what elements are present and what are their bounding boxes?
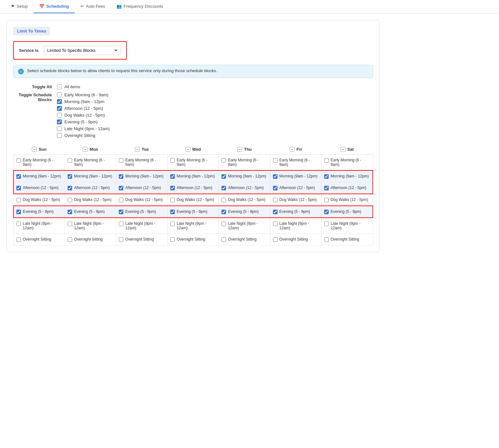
sun-late-night[interactable] [16,222,21,226]
wed-overnight[interactable] [170,237,175,242]
service-is-select[interactable]: Available At Any Time Limited To Specifi… [44,46,121,55]
sat-early-morning[interactable] [324,158,329,163]
info-text: Select schedule blocks below to allow cl… [27,68,217,73]
fri-toggle[interactable] [290,147,295,152]
sat-morning[interactable] [324,174,329,179]
tue-afternoon[interactable] [119,186,123,190]
tue-toggle[interactable] [135,147,140,152]
mon-evening[interactable] [68,210,72,214]
wed-late-night[interactable] [170,222,175,226]
toggle-section: Toggle All All items Toggle ScheduleBloc… [13,84,373,138]
toggle-all-row: Toggle All All items [13,84,373,89]
wed-label: Wed [192,147,201,152]
block-overnight-checkbox[interactable] [57,133,62,138]
sun-early-morning[interactable] [16,158,21,163]
block-evening-checkbox[interactable] [57,119,62,124]
mon-overnight[interactable] [68,237,72,242]
all-items-checkbox[interactable] [57,84,62,89]
tue-morning[interactable] [119,174,123,179]
wed-morning[interactable] [170,174,175,179]
mon-afternoon[interactable] [68,186,72,190]
sat-afternoon[interactable] [324,186,329,190]
main-content: Limit To Times Service Is Available At A… [0,14,386,265]
block-dog-walks-label: Dog Walks (12 - 5pm) [64,113,105,118]
fri-early-morning[interactable] [273,158,278,163]
tab-scheduling[interactable]: 📅 Scheduling [33,0,75,13]
thu-morning[interactable] [221,174,226,179]
wed-toggle[interactable] [185,147,190,152]
wed-evening[interactable] [170,210,175,214]
sat-dog-walks[interactable] [324,198,329,202]
thu-early-morning[interactable] [221,158,226,163]
schedule-header-row: Sun Mon Tue [14,144,373,155]
block-late-night-checkbox[interactable] [57,126,62,131]
block-early-morning: Early Morning (6 - 9am) [57,92,110,97]
sun-afternoon[interactable] [16,186,21,190]
row-overnight: Overnight Sitting Overnight Sitting Over… [14,234,373,245]
tab-frequency-discounts-label: Frequency Discounts [124,4,163,9]
sat-overnight[interactable] [324,237,329,242]
tab-auto-fees[interactable]: ✏ Auto Fees [75,0,111,13]
schedule-grid: Sun Mon Tue [13,144,373,245]
info-icon: i [18,69,24,74]
tue-overnight[interactable] [119,237,123,242]
scheduling-icon: 📅 [39,4,44,9]
thu-evening[interactable] [221,210,226,214]
mon-toggle[interactable] [83,147,88,152]
thu-afternoon[interactable] [221,186,226,190]
wed-afternoon[interactable] [170,186,175,190]
thu-header: Thu [219,144,270,155]
wed-header: Wed [167,144,219,155]
fri-overnight[interactable] [273,237,278,242]
wed-dog-walks[interactable] [170,198,175,202]
tue-evening[interactable] [119,210,123,214]
sat-evening[interactable] [324,210,329,214]
block-morning-checkbox[interactable] [57,99,62,104]
section-title: Limit To Times [13,27,50,35]
sun-dog-walks[interactable] [16,198,21,202]
mon-morning[interactable] [68,174,72,179]
tab-setup-label: Setup [17,4,28,9]
service-is-label: Service Is [19,48,39,53]
info-banner: i Select schedule blocks below to allow … [13,65,373,78]
mon-early-morning[interactable] [68,158,72,163]
mon-late-night[interactable] [68,222,72,226]
setup-icon: ⚑ [11,4,15,9]
tab-setup[interactable]: ⚑ Setup [5,0,33,13]
sun-overnight[interactable] [16,237,21,242]
fri-dog-walks[interactable] [273,198,278,202]
block-afternoon-checkbox[interactable] [57,106,62,111]
wed-early-morning[interactable] [170,158,175,163]
block-early-morning-checkbox[interactable] [57,92,62,97]
tue-late-night[interactable] [119,222,123,226]
tab-frequency-discounts[interactable]: 👥 Frequency Discounts [111,0,169,13]
thu-toggle[interactable] [237,147,242,152]
fri-afternoon[interactable] [273,186,278,190]
toggle-schedule-blocks-label: Toggle ScheduleBlocks [13,92,52,102]
mon-label: Mon [89,147,98,152]
block-dog-walks: Dog Walks (12 - 5pm) [57,113,110,118]
row-early-morning: Early Morning (6 - 9am) Early Morning (6… [14,155,373,171]
thu-late-night[interactable] [221,222,226,226]
fri-evening[interactable] [273,210,278,214]
mon-dog-walks[interactable] [68,198,72,202]
tab-scheduling-label: Scheduling [46,4,69,9]
fri-morning[interactable] [273,174,278,179]
block-late-night: Late Night (9pm - 12am) [57,126,110,131]
sun-toggle[interactable] [32,147,37,152]
sat-toggle[interactable] [341,147,345,152]
sun-morning[interactable] [16,174,21,179]
fri-late-night[interactable] [273,222,278,226]
sun-evening[interactable] [16,210,21,214]
block-overnight-label: Overnight Sitting [64,133,95,138]
service-is-row: Service Is Available At Any Time Limited… [13,41,127,60]
tue-dog-walks[interactable] [119,198,123,202]
all-items-label: All items [64,84,80,89]
block-dog-walks-checkbox[interactable] [57,113,62,118]
block-evening-label: Evening (5 - 9pm) [64,119,98,124]
thu-overnight[interactable] [221,237,226,242]
thu-dog-walks[interactable] [221,198,226,202]
sat-late-night[interactable] [324,222,329,226]
block-evening: Evening (5 - 9pm) [57,119,110,124]
tue-early-morning[interactable] [119,158,123,163]
